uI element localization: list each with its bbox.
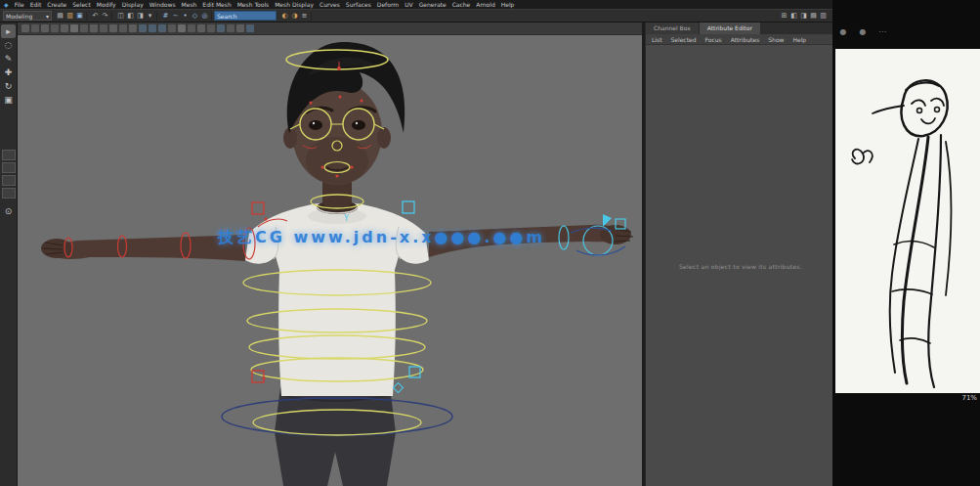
search-input[interactable] xyxy=(214,11,277,21)
redo-icon[interactable]: ↷ xyxy=(101,12,109,21)
resolution-gate-icon[interactable] xyxy=(90,24,98,32)
save-scene-icon[interactable]: ▣ xyxy=(75,12,84,21)
menu-curves[interactable]: Curves xyxy=(320,1,340,8)
panel-menu-show[interactable]: Show xyxy=(768,36,784,43)
select-camera-icon[interactable] xyxy=(21,24,29,32)
select-hierarchy-icon[interactable]: ◫ xyxy=(116,12,125,21)
select-tool-icon[interactable]: ▸ xyxy=(1,24,16,38)
menu-modify[interactable]: Modify xyxy=(97,1,116,8)
move-tool-icon[interactable]: ✚ xyxy=(1,66,16,79)
window-menu-icon[interactable]: ⋯ xyxy=(877,27,887,36)
gate-mask-icon[interactable] xyxy=(100,24,107,32)
lasso-tool-icon[interactable]: ◌ xyxy=(1,38,16,52)
image-plane-icon[interactable] xyxy=(61,24,68,32)
pane-layout-icon[interactable]: ⊞ xyxy=(780,12,788,21)
menu-select[interactable]: Select xyxy=(72,1,91,8)
view-grid-icon[interactable] xyxy=(70,24,78,32)
reference-window-controls: ●●⋯ xyxy=(838,27,887,36)
menu-arnold[interactable]: Arnold xyxy=(476,1,494,8)
menu-display[interactable]: Display xyxy=(122,1,144,8)
panel-menu-list[interactable]: List xyxy=(652,36,662,43)
y-axis-label: Y xyxy=(343,214,349,223)
rotate-tool-icon[interactable]: ↻ xyxy=(1,79,16,93)
shadows-icon[interactable] xyxy=(188,24,195,32)
menu-uv[interactable]: UV xyxy=(405,1,413,8)
zoom-tool[interactable]: ⊙ xyxy=(1,204,16,218)
lock-camera-icon[interactable] xyxy=(31,24,39,32)
multisample-icon[interactable] xyxy=(217,24,225,32)
textured-icon[interactable] xyxy=(158,24,166,32)
menu-deform[interactable]: Deform xyxy=(377,1,399,8)
viewport[interactable]: Y xyxy=(18,22,642,486)
layout-persp-outliner-button[interactable] xyxy=(2,175,16,186)
ipr-render-icon[interactable]: ◑ xyxy=(290,12,299,21)
menu-mesh[interactable]: Mesh xyxy=(182,1,197,8)
tab-channel-box[interactable]: Channel Box xyxy=(646,22,700,34)
safe-action-icon[interactable] xyxy=(119,24,127,32)
snap-grid-icon[interactable]: # xyxy=(161,12,170,21)
tool-settings-toggle-icon[interactable]: ▤ xyxy=(809,12,818,21)
panel-menu-help[interactable]: Help xyxy=(792,36,806,43)
tab-attribute-editor[interactable]: Attribute Editor xyxy=(700,22,761,34)
menu-create[interactable]: Create xyxy=(47,1,66,8)
select-object-icon[interactable]: ◧ xyxy=(126,12,135,21)
new-scene-icon[interactable]: ▤ xyxy=(56,12,64,21)
outliner-toggle-icon[interactable]: ◧ xyxy=(789,12,798,21)
field-chart-icon[interactable] xyxy=(109,24,117,32)
render-settings-icon[interactable]: ≡ xyxy=(300,12,309,21)
menu-set-selector[interactable]: Modeling ▾ xyxy=(3,11,52,21)
panel-menu-selected[interactable]: Selected xyxy=(671,36,697,43)
select-component-icon[interactable]: ◨ xyxy=(136,12,145,21)
layout-four-pane-button[interactable] xyxy=(2,162,16,173)
isolate-select-icon[interactable] xyxy=(236,24,244,32)
menu-cache[interactable]: Cache xyxy=(452,1,471,8)
smooth-shade-icon[interactable] xyxy=(149,24,156,32)
layout-shortcuts xyxy=(2,150,16,199)
menu-windows[interactable]: Windows xyxy=(149,1,176,8)
snap-curve-icon[interactable]: ~ xyxy=(171,12,180,21)
safe-title-icon[interactable] xyxy=(129,24,137,32)
use-default-material-icon[interactable] xyxy=(168,24,176,32)
layout-single-pane-button[interactable] xyxy=(2,150,16,160)
menu-edit-mesh[interactable]: Edit Mesh xyxy=(202,1,231,8)
menu-mesh-display[interactable]: Mesh Display xyxy=(275,1,314,8)
xray-icon[interactable] xyxy=(246,24,254,32)
motion-blur-icon[interactable] xyxy=(207,24,215,32)
attribute-editor-toggle-icon[interactable]: ◨ xyxy=(799,12,808,21)
make-live-icon[interactable]: ◎ xyxy=(200,12,209,21)
undo-icon[interactable]: ↶ xyxy=(91,12,100,21)
film-gate-icon[interactable] xyxy=(80,24,88,32)
layout-hypershade-persp-button[interactable] xyxy=(2,188,16,199)
menu-help[interactable]: Help xyxy=(501,1,515,8)
menu-surfaces[interactable]: Surfaces xyxy=(346,1,371,8)
depth-of-field-icon[interactable] xyxy=(227,24,234,32)
channel-box-toggle-icon[interactable]: ▥ xyxy=(819,12,828,21)
menu-file[interactable]: File xyxy=(15,1,24,8)
character-model[interactable] xyxy=(41,42,633,486)
open-scene-icon[interactable]: ▥ xyxy=(65,12,74,21)
panel-hint-text: Select an object to view its attributes. xyxy=(679,263,802,270)
undo-icon-group: ↶↷ xyxy=(89,12,112,21)
scale-tool-icon[interactable]: ▣ xyxy=(1,93,16,107)
character-rig-svg: Y xyxy=(18,35,642,486)
render-icon[interactable]: ◐ xyxy=(280,12,289,21)
camera-attributes-icon[interactable] xyxy=(41,24,49,32)
window-dot-icon[interactable]: ● xyxy=(858,27,868,36)
window-dot-icon[interactable]: ● xyxy=(838,27,848,36)
wireframe-icon[interactable] xyxy=(139,24,147,32)
lighting-icon[interactable] xyxy=(178,24,186,32)
paint-select-tool-icon[interactable]: ✎ xyxy=(1,52,16,66)
menu-generate[interactable]: Generate xyxy=(419,1,447,8)
panel-menu-focus[interactable]: Focus xyxy=(705,36,722,43)
toolbox: ▸◌✎✚↻▣ ⊙ xyxy=(0,22,18,486)
menu-mesh-tools[interactable]: Mesh Tools xyxy=(237,1,269,8)
snap-point-icon[interactable]: • xyxy=(181,12,190,21)
chevron-down-icon: ▾ xyxy=(46,13,49,20)
panel-menu-attributes[interactable]: Attributes xyxy=(731,36,760,43)
sketch-canvas[interactable] xyxy=(835,49,980,393)
selection-mask-dropdown-icon[interactable]: ▾ xyxy=(146,12,154,21)
bookmark-icon[interactable] xyxy=(51,24,59,32)
menu-edit[interactable]: Edit xyxy=(30,1,42,8)
occlusion-icon[interactable] xyxy=(197,24,205,32)
snap-plane-icon[interactable]: ◇ xyxy=(191,12,199,21)
